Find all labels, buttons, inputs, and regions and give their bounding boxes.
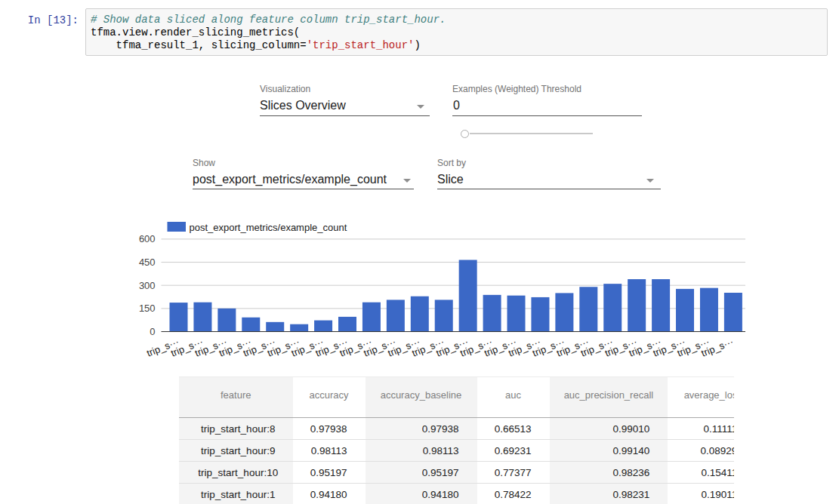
svg-text:300: 300 (139, 280, 156, 291)
svg-text:post_export_metrics/example_co: post_export_metrics/example_count (190, 222, 347, 233)
svg-text:150: 150 (139, 303, 156, 314)
svg-text:450: 450 (139, 257, 156, 268)
svg-text:0: 0 (150, 326, 155, 337)
svg-text:600: 600 (139, 233, 156, 244)
